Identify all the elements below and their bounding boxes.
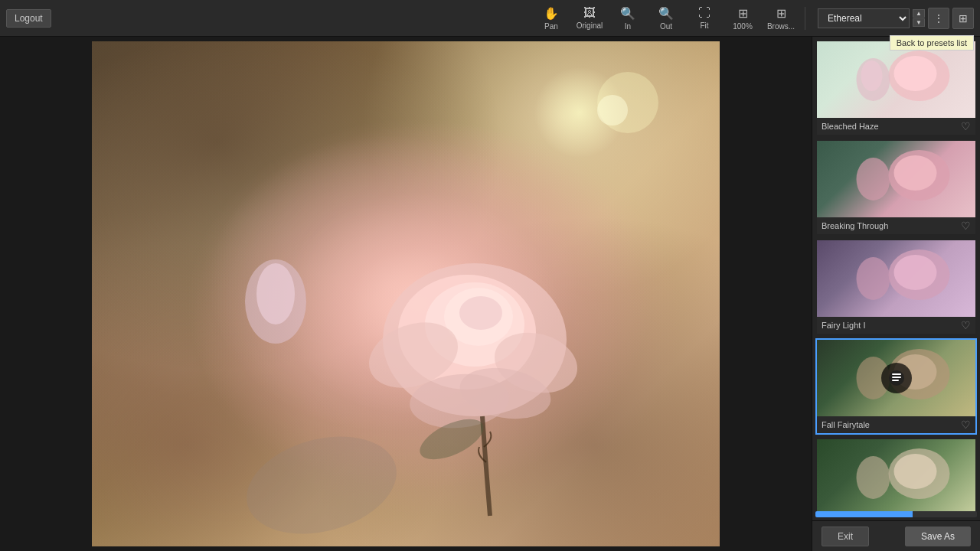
fairy-light-label-row: Fairy Light I ♡ xyxy=(817,317,975,334)
fit-icon: ⛶ xyxy=(698,6,710,20)
preset-item-bleached-haze[interactable]: Bleached Haze ♡ xyxy=(815,40,977,136)
svg-point-11 xyxy=(256,263,295,324)
breaking-through-name: Breaking Through xyxy=(822,221,888,230)
bleached-haze-label-row: Bleached Haze ♡ xyxy=(817,118,975,135)
zoom-100-tool[interactable]: ⊞ 100% xyxy=(725,3,760,34)
zoom-out-icon: 🔍 xyxy=(658,6,674,21)
exit-button[interactable]: Exit xyxy=(822,527,869,546)
preset-item-breaking-through[interactable]: Breaking Through ♡ xyxy=(815,139,977,236)
svg-point-18 xyxy=(861,60,883,91)
preset-next-button[interactable]: ▼ xyxy=(913,18,925,27)
svg-point-21 xyxy=(857,158,890,201)
svg-point-33 xyxy=(894,454,937,489)
svg-point-14 xyxy=(597,95,628,126)
zoom-out-label: Out xyxy=(660,22,672,31)
more-options-button[interactable]: ⋮ xyxy=(928,8,949,29)
svg-rect-31 xyxy=(892,373,901,375)
svg-point-20 xyxy=(894,155,937,191)
zoom-100-icon: ⊞ xyxy=(738,6,748,21)
preset-thumb-fall-fairytale xyxy=(817,340,975,416)
fit-label: Fit xyxy=(700,21,708,30)
preset-thumb-forest-light xyxy=(817,439,975,511)
preset-select[interactable]: Ethereal xyxy=(818,8,910,28)
preset-thumb-bleached-haze xyxy=(817,41,975,118)
pan-label: Pan xyxy=(544,22,558,31)
browse-label: Brows... xyxy=(767,22,795,31)
preset-item-forest-light[interactable]: Forest Light I ♡ xyxy=(815,438,977,511)
canvas-area[interactable] xyxy=(0,37,812,551)
bottom-bar: Exit Save As xyxy=(812,520,980,551)
zoom-in-icon: 🔍 xyxy=(620,6,635,21)
right-panel: Bleached Haze ♡ Breaking Through ♡ xyxy=(812,37,980,551)
zoom-100-label: 100% xyxy=(733,22,753,31)
original-tool[interactable]: 🖼 Original xyxy=(572,3,607,34)
browse-tool[interactable]: ⊞ Brows... xyxy=(763,3,799,34)
original-icon: 🖼 xyxy=(583,6,596,20)
svg-point-16 xyxy=(894,56,937,91)
breaking-through-favorite[interactable]: ♡ xyxy=(961,220,971,231)
rose-svg xyxy=(92,41,720,546)
original-label: Original xyxy=(577,21,603,30)
breaking-through-label-row: Breaking Through ♡ xyxy=(817,217,975,234)
bleached-haze-favorite[interactable]: ♡ xyxy=(961,121,971,132)
preset-selector: Ethereal ▲ ▼ xyxy=(818,8,925,28)
fall-fairytale-label-row: Fall Fairytale ♡ xyxy=(817,416,975,433)
pan-tool[interactable]: ✋ Pan xyxy=(534,3,569,34)
preset-arrows: ▲ ▼ xyxy=(913,9,925,27)
toolbar: Logout ✋ Pan 🖼 Original 🔍 In 🔍 Out ⛶ Fit… xyxy=(0,0,980,37)
new-preset-button[interactable]: ⊞ xyxy=(952,8,974,29)
preset-thumb-breaking-through xyxy=(817,141,975,217)
logout-button[interactable]: Logout xyxy=(6,9,51,28)
back-to-presets-tooltip: Back to presets list xyxy=(890,35,974,51)
fall-fairytale-name: Fall Fairytale xyxy=(822,420,870,429)
presets-list[interactable]: Bleached Haze ♡ Breaking Through ♡ xyxy=(812,37,980,511)
svg-point-4 xyxy=(459,296,502,330)
svg-point-24 xyxy=(857,257,890,300)
svg-point-12 xyxy=(236,421,407,546)
scroll-indicator xyxy=(815,511,977,517)
browse-icon: ⊞ xyxy=(776,6,786,21)
svg-point-34 xyxy=(857,456,890,499)
main-area: Bleached Haze ♡ Breaking Through ♡ xyxy=(0,37,980,551)
svg-rect-30 xyxy=(892,380,899,381)
svg-rect-29 xyxy=(892,377,901,378)
svg-point-23 xyxy=(894,255,937,290)
toolbar-separator xyxy=(805,7,805,30)
preset-item-fairy-light[interactable]: Fairy Light I ♡ xyxy=(815,239,977,335)
preset-prev-button[interactable]: ▲ xyxy=(913,9,925,18)
zoom-in-tool[interactable]: 🔍 In xyxy=(610,3,645,34)
save-as-button[interactable]: Save As xyxy=(905,527,971,546)
zoom-out-tool[interactable]: 🔍 Out xyxy=(648,3,684,34)
fairy-light-name: Fairy Light I xyxy=(822,321,865,330)
zoom-in-label: In xyxy=(625,22,631,31)
apply-overlay xyxy=(881,363,912,393)
main-image xyxy=(92,41,720,546)
fit-tool[interactable]: ⛶ Fit xyxy=(687,3,722,34)
pan-icon: ✋ xyxy=(544,6,559,21)
preset-item-fall-fairytale[interactable]: Fall Fairytale ♡ xyxy=(815,338,977,435)
fall-fairytale-favorite[interactable]: ♡ xyxy=(961,419,971,430)
fairy-light-favorite[interactable]: ♡ xyxy=(961,320,971,331)
preset-thumb-fairy-light xyxy=(817,240,975,317)
bleached-haze-name: Bleached Haze xyxy=(822,122,879,131)
